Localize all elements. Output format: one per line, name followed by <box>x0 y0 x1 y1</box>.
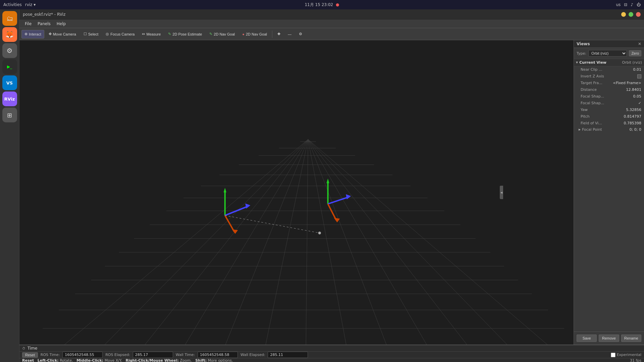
3d-grid <box>19 40 574 345</box>
focal-point-expand-icon: ▶ <box>579 128 581 131</box>
near-clip-label: Near Clip ... <box>581 67 633 72</box>
focal-shape-size-value[interactable]: 0.05 <box>633 94 642 99</box>
move-camera-button[interactable]: ✥ Move Camera <box>46 30 79 39</box>
activities-label[interactable]: Activities <box>3 2 22 7</box>
main-window: pose_eskf.rviz* - RViz — □ ✕ File Panels… <box>19 9 644 362</box>
rename-button[interactable]: Rename <box>621 335 641 342</box>
help-text: Reset Left-Click: Rotate. Middle-Click: … <box>22 358 233 362</box>
select-button[interactable]: ☐ Select <box>80 30 102 39</box>
datetime: 11月 15 23:02 <box>305 2 333 7</box>
prop-focal-shape-enabled: Focal Shap... ✓ <box>574 100 644 107</box>
distance-label: Distance <box>581 87 626 92</box>
ubuntu-dock: 🗂 🦊 ⚙ ▶_ VS RViz ⊞ <box>0 9 19 362</box>
focus-camera-icon: ◎ <box>106 32 109 36</box>
maximize-button[interactable]: □ <box>629 12 633 17</box>
dock-icon-vscode[interactable]: VS <box>2 75 17 90</box>
panel-close-icon[interactable]: ✕ <box>638 42 641 46</box>
prop-pitch: Pitch 0.814797 <box>574 113 644 120</box>
svg-point-44 <box>318 232 321 234</box>
pitch-value[interactable]: 0.814797 <box>624 114 642 119</box>
close-button[interactable]: ✕ <box>636 12 641 17</box>
type-select[interactable]: Orbit (rviz) FPS TopDown Ortho <box>588 50 627 57</box>
views-type-row: Type: Orbit (rviz) FPS TopDown Ortho Zer… <box>574 48 644 59</box>
window-title: pose_eskf.rviz* - RViz <box>23 12 65 17</box>
svg-rect-0 <box>20 40 574 345</box>
publish-point-button[interactable]: ● 2D Nav Goal <box>239 30 270 39</box>
2d-pose-estimate-button[interactable]: ✎ 2D Pose Estimate <box>165 30 205 39</box>
interact-button[interactable]: ⊕ Interact <box>21 30 44 39</box>
focal-shape-size-label: Focal Shap... <box>581 94 633 99</box>
dock-icon-files[interactable]: 🗂 <box>2 11 17 26</box>
dock-icon-more[interactable]: ⊞ <box>2 108 17 122</box>
toolbar-separator <box>272 31 272 38</box>
focus-camera-label: Focus Camera <box>110 32 135 36</box>
fov-label: Field of Vi... <box>581 121 624 125</box>
2d-pose-estimate-icon: ✎ <box>168 32 171 36</box>
focal-shape-enabled-value[interactable]: ✓ <box>638 101 641 105</box>
invert-z-label: Invert Z Axis <box>581 74 637 78</box>
wall-time-label: Wall Time: <box>176 353 195 357</box>
content-area: ◀ Views ✕ Type: Orbit (rviz) FPS TopDown… <box>19 40 644 345</box>
help-row: Reset Left-Click: Rotate. Middle-Click: … <box>19 358 644 362</box>
prop-invert-z: Invert Z Axis <box>574 73 644 80</box>
settings-button[interactable]: ⚙ <box>296 30 305 39</box>
publish-point-icon: ● <box>242 32 245 36</box>
invert-z-checkbox[interactable] <box>637 74 641 78</box>
sys-network: ⊟ <box>624 2 627 7</box>
dock-icon-settings[interactable]: ⚙ <box>2 43 17 58</box>
2d-pose-estimate-label: 2D Pose Estimate <box>172 32 202 36</box>
ros-elapsed-value: 285.17 <box>133 352 173 358</box>
views-panel-header: Views ✕ <box>574 40 644 48</box>
yaw-value[interactable]: 5.32856 <box>626 108 642 112</box>
select-icon: ☐ <box>84 32 87 36</box>
type-label: Type: <box>577 51 586 56</box>
prop-fov: Field of Vi... 0.785398 <box>574 120 644 127</box>
current-view-name: Current View <box>579 60 606 65</box>
prop-near-clip: Near Clip ... 0.01 <box>574 66 644 73</box>
zoom-in-button[interactable]: ✚ <box>274 30 283 39</box>
zero-button[interactable]: Zero <box>629 50 641 56</box>
2d-nav-goal-button[interactable]: ✎ 2D Nav Goal <box>206 30 238 39</box>
publish-point-label: 2D Nav Goal <box>246 32 267 36</box>
window-controls: — □ ✕ <box>621 12 641 17</box>
menu-help[interactable]: Help <box>54 20 68 27</box>
dock-icon-terminal[interactable]: ▶_ <box>2 59 17 74</box>
move-camera-icon: ✥ <box>49 32 52 36</box>
remove-button[interactable]: Remove <box>599 335 619 342</box>
sys-volume: ♪ <box>631 2 633 7</box>
dock-icon-firefox[interactable]: 🦊 <box>2 27 17 42</box>
time-section-header: ⏱ Time <box>19 345 644 352</box>
distance-value[interactable]: 12.8401 <box>626 87 642 92</box>
panel-collapse-handle[interactable]: ◀ <box>500 186 503 199</box>
ros-time-value: 1605452548.55 <box>62 352 103 358</box>
toolbar: ⊕ Interact ✥ Move Camera ☐ Select ◎ Focu… <box>19 28 644 40</box>
experimental-label: Experimental <box>617 353 641 357</box>
record-indicator: ● <box>336 2 339 7</box>
reset-button[interactable]: Reset <box>22 352 38 358</box>
near-clip-value[interactable]: 0.01 <box>633 67 642 72</box>
2d-nav-goal-label: 2D Nav Goal <box>214 32 235 36</box>
ros-elapsed-label: ROS Elapsed: <box>105 353 130 357</box>
target-frame-value[interactable]: <Fixed Frame> <box>613 81 641 85</box>
minimize-button[interactable]: — <box>621 12 626 17</box>
menu-file[interactable]: File <box>22 20 34 27</box>
experimental-checkbox[interactable] <box>611 353 615 357</box>
focus-camera-button[interactable]: ◎ Focus Camera <box>103 30 138 39</box>
dock-icon-rviz[interactable]: RViz <box>2 92 17 106</box>
zoom-out-button[interactable]: — <box>285 30 294 39</box>
3d-viewport[interactable]: ◀ <box>19 40 574 345</box>
measure-button[interactable]: ⇔ Measure <box>139 30 164 39</box>
sys-power: ⏻ <box>637 2 641 7</box>
time-section-label: Time <box>28 346 37 351</box>
measure-label: Measure <box>146 32 161 36</box>
wall-elapsed-label: Wall Elapsed: <box>240 353 265 357</box>
panel-footer: Save Remove Rename <box>574 331 644 345</box>
save-button[interactable]: Save <box>577 335 597 342</box>
wall-time-value: 1605452548.58 <box>198 352 238 358</box>
interact-label: Interact <box>29 32 41 36</box>
prop-distance: Distance 12.8401 <box>574 86 644 93</box>
menu-panels[interactable]: Panels <box>35 20 53 27</box>
focal-point-value[interactable]: 0; 0; 0 <box>630 127 641 132</box>
fov-value[interactable]: 0.785398 <box>624 121 642 125</box>
menu-bar: File Panels Help <box>19 19 644 28</box>
